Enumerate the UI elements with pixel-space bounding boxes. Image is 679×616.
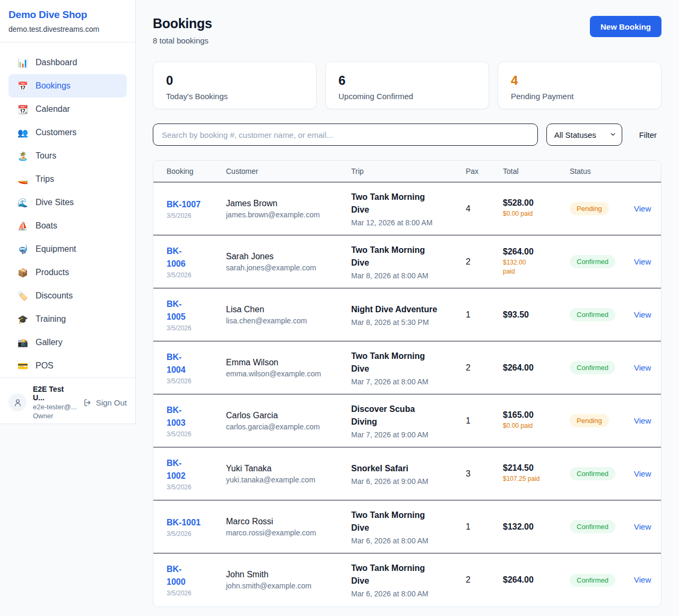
- sidebar-item-dive-sites[interactable]: 🌊 Dive Sites: [8, 191, 127, 214]
- sidebar-item-customers[interactable]: 👥 Customers: [8, 121, 127, 144]
- sign-out-button[interactable]: Sign Out: [83, 398, 127, 407]
- sidebar-item-training[interactable]: 🎓 Training: [8, 307, 127, 331]
- customer-cell: Lisa Chen lisa.chen@example.com: [226, 305, 351, 325]
- actions-cell: View: [634, 522, 651, 532]
- sidebar-item-dashboard[interactable]: 📊 Dashboard: [8, 51, 127, 74]
- table-column-header: Trip: [351, 167, 466, 175]
- sidebar-item-equipment[interactable]: 🤿 Equipment: [8, 237, 127, 261]
- actions-cell: View: [634, 469, 651, 479]
- trip-cell: Two Tank Morning Dive Mar 8, 2026 at 8:0…: [351, 244, 466, 280]
- booking-cell: BK- 1006 3/5/2026: [167, 245, 226, 279]
- sidebar-item-label: Equipment: [36, 244, 76, 254]
- booking-id-link[interactable]: BK-1001: [167, 516, 226, 529]
- pax-cell: 3: [466, 469, 503, 479]
- trip-cell: Discover Scuba Diving Mar 7, 2026 at 9:0…: [351, 403, 466, 439]
- total-amount: $93.50: [503, 310, 570, 320]
- sidebar-item-boats[interactable]: ⛵ Boats: [8, 214, 127, 237]
- sidebar-item-tours[interactable]: 🏝️ Tours: [8, 144, 127, 168]
- trip-cell: Two Tank Morning Dive Mar 7, 2026 at 8:0…: [351, 350, 466, 386]
- booking-date: 3/5/2026: [167, 530, 226, 538]
- sidebar-item-pos[interactable]: 💳 POS: [8, 354, 127, 377]
- sidebar-item-label: Trips: [36, 174, 54, 184]
- filter-button[interactable]: Filter: [634, 130, 661, 139]
- island-icon: 🏝️: [18, 151, 28, 161]
- sidebar-item-label: Tours: [36, 151, 56, 161]
- brand-block: Demo Dive Shop demo.test.divestreams.com: [0, 0, 135, 42]
- trip-datetime: Mar 8, 2026 at 8:00 AM: [351, 271, 466, 280]
- user-email: e2e-tester@...: [33, 403, 77, 411]
- actions-cell: View: [634, 257, 651, 267]
- booking-cell: BK- 1002 3/5/2026: [167, 457, 226, 491]
- page-header-text: Bookings 8 total bookings: [153, 16, 212, 45]
- booking-id-link[interactable]: BK- 1000: [167, 563, 226, 588]
- booking-date: 3/5/2026: [167, 324, 226, 332]
- sidebar-item-calendar[interactable]: 📆 Calendar: [8, 98, 127, 121]
- view-link[interactable]: View: [634, 522, 651, 531]
- customer-name: Yuki Tanaka: [226, 464, 351, 473]
- total-amount: $528.00: [503, 198, 570, 208]
- sidebar-item-trips[interactable]: 🚤 Trips: [8, 168, 127, 191]
- package-icon: 📦: [18, 268, 28, 278]
- view-link[interactable]: View: [634, 469, 651, 478]
- credit-card-icon: 💳: [18, 361, 28, 371]
- sidebar-item-label: Training: [36, 314, 66, 324]
- stats-row: 0 Today's Bookings 6 Upcoming Confirmed …: [153, 61, 661, 109]
- stat-card: 4 Pending Payment: [498, 61, 661, 109]
- customer-cell: James Brown james.brown@example.com: [226, 199, 351, 219]
- stat-card: 0 Today's Bookings: [153, 61, 317, 109]
- total-amount: $264.00: [503, 247, 570, 257]
- view-link[interactable]: View: [634, 575, 651, 584]
- customer-email: carlos.garcia@example.com: [226, 423, 351, 431]
- table-row: BK-1007 3/5/2026 James Brown james.brown…: [153, 182, 661, 235]
- graduation-cap-icon: 🎓: [18, 314, 28, 324]
- booking-id-link[interactable]: BK- 1006: [167, 245, 226, 270]
- user-role: Owner: [33, 412, 77, 420]
- sign-out-label: Sign Out: [96, 398, 127, 407]
- table-column-header: Status: [570, 167, 634, 175]
- view-link[interactable]: View: [634, 310, 651, 319]
- view-link[interactable]: View: [634, 257, 651, 266]
- total-amount: $214.50: [503, 463, 570, 473]
- trip-datetime: Mar 7, 2026 at 8:00 AM: [351, 377, 466, 386]
- view-link[interactable]: View: [634, 204, 651, 213]
- logout-icon: [83, 398, 92, 407]
- total-cell: $264.00 $132.00 paid: [503, 247, 570, 277]
- page-title: Bookings: [153, 16, 212, 31]
- trip-name: Snorkel Safari: [351, 462, 466, 475]
- sidebar-item-label: Dive Sites: [36, 198, 74, 207]
- table-column-header: Total: [503, 167, 570, 175]
- actions-cell: View: [634, 416, 651, 426]
- search-input[interactable]: [153, 124, 538, 146]
- status-select[interactable]: All Statuses: [546, 124, 622, 146]
- sidebar-item-products[interactable]: 📦 Products: [8, 261, 127, 284]
- trip-datetime: Mar 7, 2026 at 9:00 AM: [351, 430, 466, 439]
- booking-id-link[interactable]: BK- 1005: [167, 298, 226, 323]
- table-row: BK- 1006 3/5/2026 Sarah Jones sarah.jone…: [153, 235, 661, 288]
- trip-name: Two Tank Morning Dive: [351, 562, 466, 587]
- new-booking-button[interactable]: New Booking: [590, 16, 661, 37]
- booking-id-link[interactable]: BK- 1003: [167, 404, 226, 429]
- sidebar-item-label: Calendar: [36, 104, 70, 114]
- sidebar-item-discounts[interactable]: 🏷️ Discounts: [8, 284, 127, 307]
- booking-date: 3/5/2026: [167, 377, 226, 385]
- trip-name: Two Tank Morning Dive: [351, 244, 466, 269]
- total-cell: $264.00: [503, 363, 570, 373]
- status-badge: Pending: [570, 202, 609, 215]
- booking-id-link[interactable]: BK-1007: [167, 198, 226, 211]
- stat-label: Today's Bookings: [166, 92, 303, 101]
- status-select-wrap: All Statuses: [546, 124, 622, 146]
- sidebar-item-gallery[interactable]: 📸 Gallery: [8, 331, 127, 354]
- customer-email: emma.wilson@example.com: [226, 369, 351, 378]
- total-cell: $93.50: [503, 310, 570, 320]
- customer-email: sarah.jones@example.com: [226, 263, 351, 272]
- booking-id-link[interactable]: BK- 1004: [167, 351, 226, 376]
- sidebar-user-footer: E2E Test U... e2e-tester@... Owner Sign …: [0, 377, 135, 427]
- trip-name: Discover Scuba Diving: [351, 403, 466, 428]
- sidebar-item-bookings[interactable]: 📅 Bookings: [8, 74, 127, 98]
- sidebar-item-label: Bookings: [36, 81, 71, 91]
- booking-id-link[interactable]: BK- 1002: [167, 457, 226, 482]
- booking-date: 3/5/2026: [167, 589, 226, 597]
- view-link[interactable]: View: [634, 416, 651, 425]
- view-link[interactable]: View: [634, 363, 651, 372]
- status-cell: Confirmed: [570, 308, 634, 321]
